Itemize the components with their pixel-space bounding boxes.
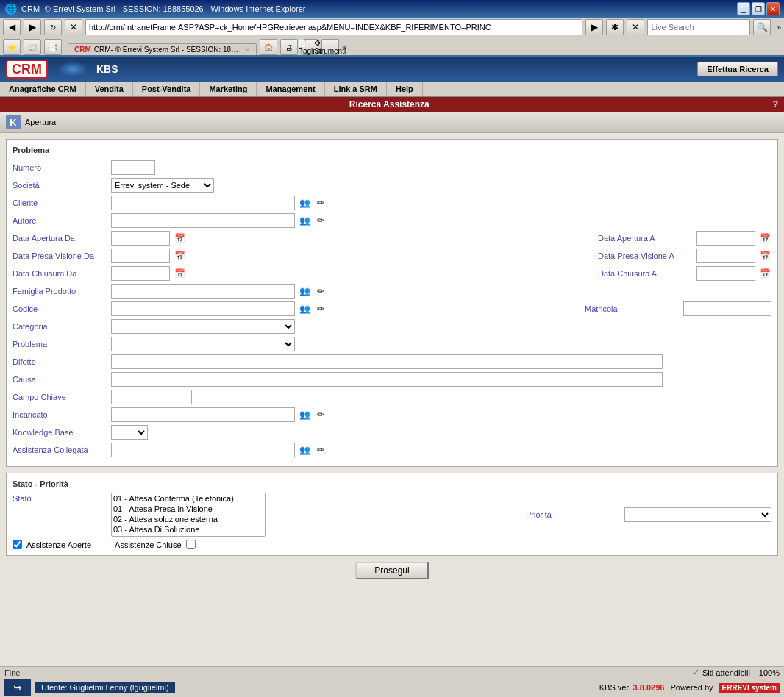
problema-select[interactable]: [111, 337, 295, 351]
codice-search-icon[interactable]: 👥: [298, 302, 311, 315]
causa-input[interactable]: [111, 372, 663, 387]
difetto-input[interactable]: [111, 354, 663, 369]
famiglia-search-icon[interactable]: 👥: [298, 285, 311, 298]
section-header: K Apertura: [0, 112, 784, 133]
data-chiusura-da-input[interactable]: [111, 266, 170, 281]
back-btn[interactable]: ◀: [3, 19, 21, 35]
autore-label: Autore: [13, 216, 108, 225]
nav-link-srm[interactable]: Link a SRM: [325, 82, 387, 96]
refresh-btn2[interactable]: ✱: [606, 19, 624, 35]
effettua-ricerca-btn[interactable]: Effettua Ricerca: [697, 62, 778, 76]
stato-priority-row: Stato 01 - Attesa Conferma (Telefonica) …: [13, 493, 771, 537]
cliente-edit-icon[interactable]: ✏: [314, 196, 327, 210]
knowledge-select[interactable]: [111, 425, 148, 440]
campo-chiave-label: Campo Chiave: [13, 393, 108, 401]
assistenza-edit-icon[interactable]: ✏: [314, 443, 327, 457]
logout-btn[interactable]: ↪: [4, 679, 31, 683]
incaricato-label: Incaricato: [13, 410, 108, 419]
codice-input[interactable]: [111, 301, 295, 316]
famiglia-row: Famiglia Prodotto 👥 ✏: [13, 284, 771, 299]
stato-listbox[interactable]: 01 - Attesa Conferma (Telefonica) 01 - A…: [111, 493, 266, 537]
data-chiusura-a-input[interactable]: [696, 266, 755, 281]
nav-post-vendita[interactable]: Post-Vendita: [133, 82, 201, 96]
assistenze-chiuse-checkbox[interactable]: [186, 540, 196, 549]
data-presa-a-label: Data Presa Visione A: [598, 251, 694, 260]
data-apertura-da-cal-icon[interactable]: 📅: [173, 232, 186, 245]
categoria-select[interactable]: [111, 319, 295, 334]
autore-edit-icon[interactable]: ✏: [314, 214, 327, 227]
go-btn[interactable]: ▶: [585, 19, 603, 35]
nav-help[interactable]: Help: [387, 82, 423, 96]
cliente-search-icon[interactable]: 👥: [298, 196, 311, 210]
numero-input[interactable]: [111, 160, 155, 175]
assistenze-aperte-label: Assistenze Aperte: [26, 540, 91, 549]
history-btn[interactable]: 📑: [44, 39, 62, 55]
forward-btn[interactable]: ▶: [24, 19, 41, 35]
priorita-select[interactable]: [624, 507, 771, 522]
famiglia-edit-icon[interactable]: ✏: [314, 285, 327, 298]
nav-marketing[interactable]: Marketing: [200, 82, 257, 96]
home-btn[interactable]: 🏠: [260, 39, 277, 55]
tab-close[interactable]: ✕: [244, 46, 250, 54]
famiglia-input[interactable]: [111, 284, 295, 299]
campo-chiave-input[interactable]: [111, 390, 192, 404]
problema-title: Problema: [13, 146, 771, 156]
data-apertura-da-input[interactable]: [111, 231, 170, 246]
toolbar-options[interactable]: »: [777, 24, 781, 32]
autore-input[interactable]: [111, 213, 295, 228]
cliente-input[interactable]: [111, 196, 295, 210]
crm-logo: CRM: [6, 60, 48, 79]
data-presa-a-cal-icon[interactable]: 📅: [758, 249, 771, 262]
tools-btn[interactable]: ⚙ Strumenti: [321, 39, 339, 55]
data-presa-a-input[interactable]: [696, 249, 755, 263]
data-presa-da-label: Data Presa Visione Da: [13, 251, 108, 260]
data-chiusura-row: Data Chiusura Da 📅 Data Chiusura A 📅: [13, 266, 771, 281]
assistenza-search-icon[interactable]: 👥: [298, 443, 311, 457]
categoria-label: Categoria: [13, 322, 108, 331]
stop-btn2[interactable]: ✕: [627, 19, 644, 35]
stop-btn[interactable]: ✕: [65, 19, 82, 35]
close-btn[interactable]: ✕: [766, 2, 780, 15]
societa-row: Società Errevi system - Sede: [13, 178, 771, 193]
societa-select[interactable]: Errevi system - Sede: [111, 178, 214, 193]
data-presa-da-input[interactable]: [111, 249, 170, 263]
codice-edit-icon[interactable]: ✏: [314, 302, 327, 315]
print-btn[interactable]: 🖨: [280, 39, 298, 55]
minimize-btn[interactable]: _: [737, 2, 750, 15]
main-tab[interactable]: CRM CRM- © Errevi System Srl - SESSION: …: [68, 43, 257, 55]
data-chiusura-a-cal-icon[interactable]: 📅: [758, 267, 771, 280]
address-bar[interactable]: [85, 19, 582, 35]
help-icon[interactable]: ?: [773, 99, 778, 110]
assistenze-aperte-checkbox[interactable]: [13, 540, 22, 549]
data-apertura-a-cal-icon[interactable]: 📅: [758, 232, 771, 245]
refresh-btn[interactable]: ↻: [44, 19, 62, 35]
data-apertura-da-label: Data Apertura Da: [13, 234, 108, 243]
incaricato-input[interactable]: [111, 407, 295, 422]
matricola-input[interactable]: [683, 301, 771, 316]
fav-btn[interactable]: ⭐: [3, 39, 21, 55]
assistenze-row: Assistenze Aperte Assistenze Chiuse: [13, 540, 771, 549]
autore-search-icon[interactable]: 👥: [298, 214, 311, 227]
search-go-btn[interactable]: 🔍: [753, 19, 771, 35]
data-presa-da-cal-icon[interactable]: 📅: [173, 249, 186, 262]
cliente-label: Cliente: [13, 199, 108, 207]
ie-status-bar: Fine ✓ Siti attendibili 100%: [0, 666, 784, 678]
restore-btn[interactable]: ❐: [752, 2, 765, 15]
incaricato-search-icon[interactable]: 👥: [298, 408, 311, 421]
data-chiusura-da-cal-icon[interactable]: 📅: [173, 267, 186, 280]
incaricato-edit-icon[interactable]: ✏: [314, 408, 327, 421]
search-input[interactable]: [647, 19, 750, 35]
numero-row: Numero: [13, 160, 771, 175]
numero-label: Numero: [13, 163, 108, 172]
browser-title: CRM- © Errevi System Srl - SESSION: 1888…: [21, 4, 306, 13]
data-apertura-a-input[interactable]: [696, 231, 755, 246]
company-logo: ERREVI system: [719, 683, 780, 684]
assistenza-input[interactable]: [111, 443, 295, 457]
feed-btn[interactable]: 📰: [24, 39, 41, 55]
nav-anagrafiche[interactable]: Anagrafiche CRM: [0, 82, 86, 96]
more-tools-btn[interactable]: »: [342, 43, 346, 51]
societa-label: Società: [13, 181, 108, 190]
nav-vendita[interactable]: Vendita: [86, 82, 133, 96]
nav-management[interactable]: Management: [257, 82, 324, 96]
prosegui-btn[interactable]: Prosegui: [355, 562, 428, 579]
